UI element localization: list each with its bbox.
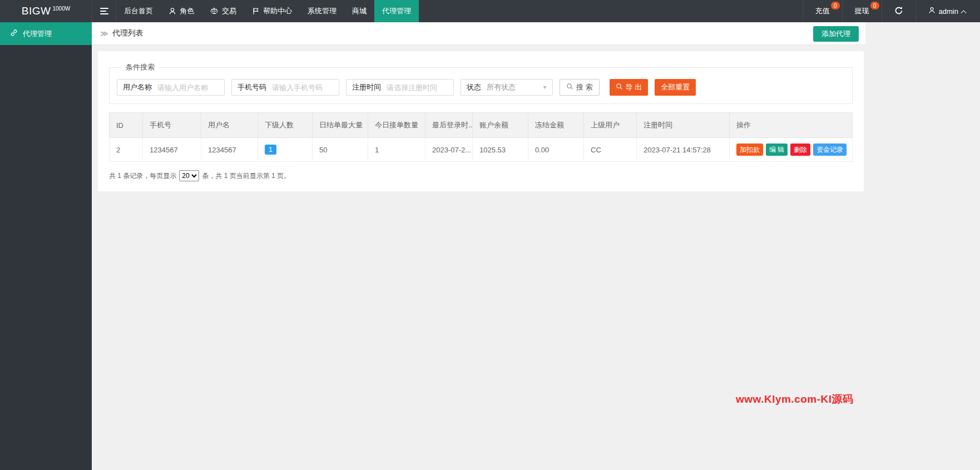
watermark: www.Klym.com-KI源码 <box>736 392 854 407</box>
navbar-right: 充值 0 提现 0 admin <box>803 0 980 22</box>
col-balance: 账户余额 <box>473 113 528 138</box>
refresh-icon <box>894 6 903 17</box>
username: admin <box>939 7 958 16</box>
cell-subordinates: 1 <box>258 138 313 162</box>
table-row: 2 1234567 1234567 1 50 1 2023-07-2... 10… <box>110 138 853 162</box>
nav-item-role[interactable]: 角色 <box>161 0 202 22</box>
fund-records-button[interactable]: 资金记录 <box>813 144 847 156</box>
cell-phone: 1234567 <box>143 138 201 162</box>
main-menu: 后台首页 角色 交易 帮助中心 系统管理 商城 代理管理 <box>116 0 419 22</box>
breadcrumb-bar: ≫ 代理列表 添加代理 <box>92 22 865 45</box>
subordinates-count-badge[interactable]: 1 <box>265 145 276 155</box>
search-button[interactable]: 搜 索 <box>560 79 600 96</box>
export-button[interactable]: 导 出 <box>610 79 649 96</box>
status-selected-value: 所有状态 <box>487 82 540 92</box>
username-input[interactable] <box>157 80 224 95</box>
table-header-row: ID 手机号 用户名 下级人数 日结单最大量 今日接单数量 最后登录时... 账… <box>110 113 853 138</box>
delete-button[interactable]: 删除 <box>790 144 810 156</box>
cell-today-orders: 1 <box>368 138 425 162</box>
cell-last-login: 2023-07-2... <box>425 138 473 162</box>
col-phone: 手机号 <box>143 113 201 138</box>
cell-username: 1234567 <box>201 138 258 162</box>
nav-item-system[interactable]: 系统管理 <box>300 0 344 22</box>
double-chevron-icon: ≫ <box>100 29 108 38</box>
menu-icon <box>100 6 108 16</box>
phone-input[interactable] <box>272 80 339 95</box>
search-icon <box>616 83 623 92</box>
link-icon <box>10 29 18 38</box>
reset-all-button[interactable]: 全部重置 <box>655 79 696 96</box>
regtime-input[interactable] <box>387 80 453 95</box>
search-legend: 条件搜索 <box>121 62 159 72</box>
nav-item-dashboard[interactable]: 后台首页 <box>116 0 161 22</box>
search-icon <box>566 83 573 92</box>
username-field-group: 用户名称 <box>117 79 225 96</box>
col-daily-max: 日结单最大量 <box>313 113 368 138</box>
withdraw-badge: 0 <box>870 1 880 10</box>
regtime-field-group: 注册时间 <box>346 79 454 96</box>
agents-table: ID 手机号 用户名 下级人数 日结单最大量 今日接单数量 最后登录时... 账… <box>109 112 853 162</box>
col-frozen: 冻结金额 <box>528 113 584 138</box>
nav-item-trade[interactable]: 交易 <box>202 0 244 22</box>
chevron-up-icon <box>961 10 967 16</box>
recharge-button[interactable]: 充值 0 <box>803 0 842 22</box>
phone-field-group: 手机号码 <box>231 79 339 96</box>
search-fieldset: 条件搜索 用户名称 手机号码 注册时间 状态 <box>109 62 853 104</box>
cell-actions: 加扣款编 辑删除资金记录 <box>730 138 853 162</box>
cell-id: 2 <box>110 138 143 162</box>
adjust-funds-button[interactable]: 加扣款 <box>736 144 763 156</box>
col-actions: 操作 <box>730 113 853 138</box>
col-reg-time: 注册时间 <box>637 113 730 138</box>
caret-down-icon: ▼ <box>542 85 547 90</box>
cell-balance: 1025.53 <box>473 138 528 162</box>
user-menu[interactable]: admin <box>915 0 980 22</box>
withdraw-button[interactable]: 提现 0 <box>842 0 882 22</box>
agent-list-panel: 条件搜索 用户名称 手机号码 注册时间 状态 <box>98 51 864 191</box>
menu-toggle-button[interactable] <box>92 0 116 22</box>
col-subordinates: 下级人数 <box>258 113 313 138</box>
col-parent-user: 上级用户 <box>584 113 637 138</box>
cell-parent-user: CC <box>584 138 637 162</box>
col-id: ID <box>110 113 143 138</box>
status-select[interactable]: 状态 所有状态 ▼ <box>461 79 553 96</box>
col-username: 用户名 <box>201 113 258 138</box>
flag-icon <box>252 7 260 15</box>
logo-sup: 1000W <box>52 6 70 12</box>
nav-item-mall[interactable]: 商城 <box>344 0 374 22</box>
logo[interactable]: BIGW 1000W <box>0 0 92 22</box>
top-navbar: BIGW 1000W 后台首页 角色 交易 帮助中心 系统管理 商城 代理管理 <box>0 0 980 22</box>
recharge-badge: 0 <box>830 1 840 10</box>
pagination: 共 1 条记录，每页显示 20 条，共 1 页当前显示第 1 页。 <box>109 170 853 181</box>
cell-frozen: 0.00 <box>528 138 584 162</box>
col-today-orders: 今日接单数量 <box>368 113 425 138</box>
pagination-suffix: 条，共 1 页当前显示第 1 页。 <box>202 171 290 181</box>
sidebar: 代理管理 <box>0 22 92 470</box>
cell-reg-time: 2023-07-21 14:57:28 <box>637 138 730 162</box>
add-agent-button[interactable]: 添加代理 <box>813 26 859 42</box>
page-title: 代理列表 <box>112 28 143 38</box>
user-icon <box>928 7 936 16</box>
col-last-login: 最后登录时... <box>425 113 473 138</box>
nav-item-help-center[interactable]: 帮助中心 <box>244 0 300 22</box>
user-icon <box>169 7 176 15</box>
scales-icon <box>210 7 219 15</box>
cell-daily-max: 50 <box>313 138 368 162</box>
refresh-button[interactable] <box>882 0 915 22</box>
nav-item-agent-management[interactable]: 代理管理 <box>374 0 419 22</box>
sidebar-item-agent-management[interactable]: 代理管理 <box>0 22 92 45</box>
logo-text: BIGW <box>22 5 51 17</box>
pagination-prefix: 共 1 条记录，每页显示 <box>109 171 176 181</box>
edit-button[interactable]: 编 辑 <box>766 144 788 156</box>
page-size-select[interactable]: 20 <box>179 170 199 181</box>
